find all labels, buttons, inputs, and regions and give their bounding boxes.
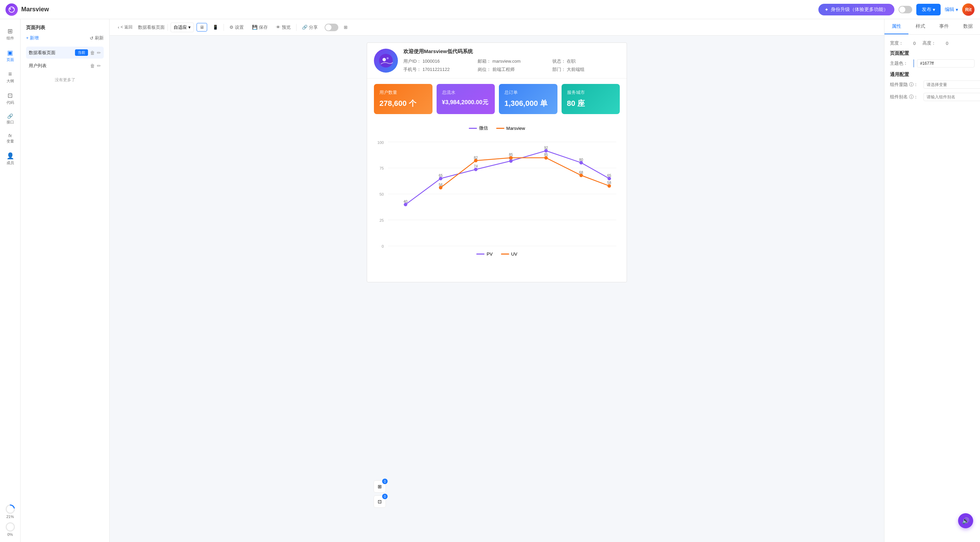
delete-page-icon[interactable]: 🗑 (90, 50, 95, 56)
stat-card-users: 用户数量 278,600 个 (374, 84, 433, 114)
back-button[interactable]: ‹ < 返回 (115, 23, 135, 32)
tab-event[interactable]: 事件 (932, 19, 956, 34)
svg-point-6 (382, 58, 386, 61)
stat-orders-label: 总订单 (504, 89, 552, 96)
sidebar-item-components[interactable]: ⊞ 组件 (2, 25, 19, 43)
user-id-item: 用户ID： 1000016 (403, 58, 471, 64)
progress-1-label: 21% (6, 515, 14, 519)
component-visible-input[interactable] (923, 81, 980, 89)
save-button[interactable]: 💾 保存 (249, 23, 270, 32)
settings-label: 设置 (235, 24, 244, 30)
sidebar-item-code[interactable]: ⊡ 代码 (2, 89, 19, 108)
avatar[interactable]: Rit (962, 3, 975, 16)
svg-text:80: 80 (579, 158, 583, 162)
edit-page-icon[interactable]: ✏ (97, 50, 101, 56)
tab-style[interactable]: 样式 (908, 19, 932, 34)
canvas-frame: 欢迎使用Marsview低代码系统 用户ID： 1000016 邮箱： mars… (367, 43, 627, 282)
sidebar-bottom: 21% 0% (5, 504, 16, 542)
sidebar-item-outline[interactable]: ≡ 大纲 (2, 68, 19, 86)
svg-text:40: 40 (404, 200, 408, 204)
floating-tool-1[interactable]: ⊞ 0 (374, 480, 386, 493)
floating-tool-1-badge: 0 (382, 478, 388, 484)
page-config-heading: 页面配置 (890, 50, 975, 57)
sidebar-label-outline: 大纲 (6, 78, 14, 84)
component-alias-label: 组件别名 ⓘ： (890, 94, 921, 100)
page-breadcrumb: 数据看板页面 (138, 24, 165, 30)
outline-icon: ≡ (8, 70, 12, 78)
current-badge: 当前 (75, 49, 88, 56)
component-visible-row: 组件显隐 ⓘ： fx (890, 81, 975, 89)
progress-2-label: 0% (8, 532, 13, 537)
sidebar-label-components: 组件 (6, 36, 14, 41)
height-label: 高度： (923, 40, 943, 46)
page-item-dashboard[interactable]: 数据看板页面 当前 🗑 ✏ (26, 46, 104, 59)
publish-button[interactable]: 发布 ▾ (916, 4, 940, 16)
right-panel-body: 宽度： 0 高度： 0 页面配置 主题色： 通用配置 组件显隐 ⓘ： fx 组件… (885, 35, 980, 111)
stat-cities-value: 80 座 (567, 98, 615, 108)
sidebar-item-api[interactable]: 🔗 接口 (2, 111, 19, 128)
svg-text:0: 0 (382, 244, 383, 249)
share-button[interactable]: 🔗 分享 (299, 23, 320, 32)
width-label: 宽度： (890, 40, 910, 46)
position-label: 岗位： (478, 67, 491, 72)
toggle-switch[interactable] (899, 6, 912, 13)
sidebar-item-page[interactable]: ▣ 页面 (2, 46, 19, 65)
preview-button[interactable]: 👁 预览 (273, 23, 293, 32)
add-page-button[interactable]: + 新增 (26, 35, 39, 41)
content-area: ‹ < 返回 数据看板页面 自适应 ▾ 🖥 📱 ⚙ 设置 💾 保存 (110, 19, 884, 542)
no-more-text: 没有更多了 (26, 72, 104, 88)
color-value-input[interactable] (917, 59, 975, 67)
divider-2 (224, 24, 224, 31)
upgrade-button[interactable]: ✦ 身份升级（体验更多功能） (818, 4, 894, 16)
component-alias-input[interactable] (923, 93, 980, 101)
user-email-item: 邮箱： marsview.com (478, 58, 545, 64)
member-icon: 👤 (6, 152, 14, 159)
legend-pv-label: PV (487, 252, 492, 257)
edit-button[interactable]: 编辑 ▾ (945, 6, 958, 13)
color-swatch[interactable] (913, 59, 914, 67)
refresh-label: 刷新 (95, 35, 104, 41)
sidebar: ⊞ 组件 ▣ 页面 ≡ 大纲 ⊡ 代码 🔗 接口 fx 变量 👤 成员 (0, 19, 21, 542)
floating-tools: ⊞ 0 ⊡ 0 (374, 480, 386, 508)
page-item-userlist[interactable]: 用户列表 🗑 ✏ (26, 60, 104, 72)
legend-pv: PV (476, 252, 492, 257)
legend-marsview: Marsview (496, 125, 525, 131)
page-item-dashboard-label: 数据看板页面 (29, 50, 75, 56)
save-label: 保存 (259, 24, 268, 30)
svg-point-4 (6, 523, 14, 531)
editor-toolbar: ‹ < 返回 数据看板页面 自适应 ▾ 🖥 📱 ⚙ 设置 💾 保存 (110, 19, 884, 36)
tab-data[interactable]: 数据 (956, 19, 980, 34)
user-meta: 用户ID： 1000016 邮箱： marsview.com 状态： 在职 (403, 58, 620, 73)
refresh-icon: ↺ (90, 36, 94, 41)
sidebar-item-variable[interactable]: fx 变量 (2, 130, 19, 147)
floating-tool-2[interactable]: ⊡ 0 (374, 496, 386, 508)
progress-item-2: 0% (5, 521, 16, 537)
user-phone-item: 手机号： 17011221122 (403, 67, 471, 73)
grid-view-button[interactable]: ⊞ (341, 23, 350, 31)
right-panel-tabs: 属性 样式 事件 数据 (885, 19, 980, 35)
refresh-button[interactable]: ↺ 刷新 (90, 35, 104, 41)
settings-button[interactable]: ⚙ 设置 (227, 23, 247, 32)
desktop-view-button[interactable]: 🖥 (197, 23, 207, 32)
department-value: 大前端组 (567, 67, 584, 72)
adaptive-select[interactable]: 自适应 ▾ (170, 22, 194, 32)
progress-circle-1 (5, 504, 16, 515)
preview-toggle[interactable] (325, 24, 338, 31)
page-item-dashboard-actions: 🗑 ✏ (90, 50, 101, 56)
upgrade-label: 身份升级（体验更多功能） (831, 6, 888, 13)
mobile-view-button[interactable]: 📱 (210, 23, 221, 31)
share-label: 分享 (309, 24, 318, 30)
edit-userlist-icon[interactable]: ✏ (97, 63, 101, 69)
delete-userlist-icon[interactable]: 🗑 (90, 63, 95, 69)
share-icon: 🔗 (302, 25, 307, 30)
panel-title: 页面列表 (26, 25, 104, 31)
preview-label: 预览 (282, 24, 291, 30)
user-avatar-large (374, 49, 398, 73)
fab-button[interactable]: 🔊 (958, 513, 973, 528)
sidebar-item-member[interactable]: 👤 成员 (2, 149, 19, 168)
theme-color-label: 主题色： (890, 60, 910, 67)
tab-properties[interactable]: 属性 (885, 19, 908, 34)
save-icon: 💾 (252, 25, 258, 30)
svg-point-0 (9, 7, 14, 12)
main-area: ⊞ 组件 ▣ 页面 ≡ 大纲 ⊡ 代码 🔗 接口 fx 变量 👤 成员 (0, 19, 980, 542)
